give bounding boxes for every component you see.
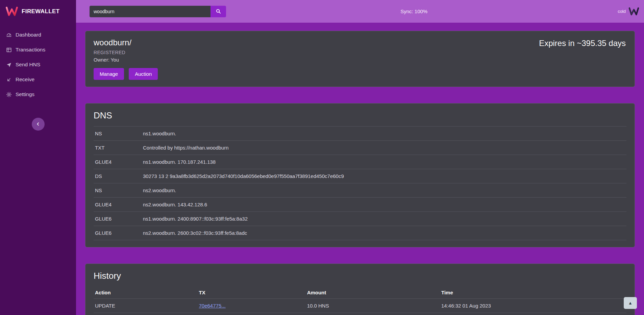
dns-record-value: 30273 13 2 9a3a8fb3d625d2a2073d740f10da6… bbox=[142, 169, 626, 183]
wallet-indicator[interactable]: cold bbox=[618, 7, 639, 16]
history-col-tx: TX bbox=[198, 287, 306, 299]
history-action: UPDATE bbox=[94, 299, 198, 313]
topbar: Sync: 100% cold bbox=[76, 0, 644, 23]
firewallet-logo-icon bbox=[5, 6, 18, 16]
dns-record-type: GLUE6 bbox=[94, 226, 142, 240]
sidebar-item-receive[interactable]: Receive bbox=[0, 72, 76, 87]
history-header-row: Action TX Amount Time bbox=[94, 287, 626, 299]
dns-record-row: NS ns2.woodburn. bbox=[94, 183, 626, 198]
history-time: 14:46:32 01 Aug 2023 bbox=[440, 299, 626, 313]
sidebar-item-send-hns[interactable]: Send HNS bbox=[0, 57, 76, 72]
firewallet-wallet-icon bbox=[628, 7, 639, 16]
dns-record-type: GLUE4 bbox=[94, 198, 142, 212]
sidebar-item-label: Send HNS bbox=[16, 62, 40, 68]
dns-record-value: ns2.woodburn. 2600:3c02::f03c:93ff:fe5a:… bbox=[142, 226, 626, 240]
dns-record-row: NS ns1.woodburn. bbox=[94, 127, 626, 141]
manage-button[interactable]: Manage bbox=[94, 68, 124, 80]
sidebar-collapse-button[interactable]: ‹ bbox=[32, 118, 45, 131]
dns-section-title: DNS bbox=[94, 110, 626, 121]
domain-status-badge: REGISTERED bbox=[94, 50, 626, 55]
history-time: 15:45:28 27 Jul 2023 bbox=[440, 313, 626, 315]
sidebar-item-settings[interactable]: Settings bbox=[0, 87, 76, 102]
history-row: UPDATE 70e64775... 10.0 HNS 14:46:32 01 … bbox=[94, 299, 626, 313]
domain-owner-label: Owner: You bbox=[94, 57, 626, 63]
history-col-action: Action bbox=[94, 287, 198, 299]
history-card: History Action TX Amount Time bbox=[85, 264, 635, 315]
sidebar-item-transactions[interactable]: Transactions bbox=[0, 42, 76, 57]
sidebar-item-dashboard[interactable]: Dashboard bbox=[0, 27, 76, 42]
dashboard-icon bbox=[6, 32, 12, 38]
history-amount: 10.0 HNS bbox=[306, 299, 440, 313]
scroll-to-top-button[interactable]: ▲ bbox=[624, 297, 637, 309]
sidebar-item-label: Settings bbox=[16, 91, 34, 97]
dns-record-row: TXT Controlled by https://nathan.woodbur… bbox=[94, 141, 626, 155]
dns-record-row: GLUE6 ns2.woodburn. 2600:3c02::f03c:93ff… bbox=[94, 226, 626, 240]
brand-name: FIREWALLET bbox=[22, 8, 60, 15]
history-table: Action TX Amount Time UPDATE 70e64775...… bbox=[94, 287, 626, 315]
dns-record-value: ns1.woodburn. 170.187.241.138 bbox=[142, 155, 626, 169]
history-col-amount: Amount bbox=[306, 287, 440, 299]
dns-record-value: ns2.woodburn. 143.42.128.6 bbox=[142, 198, 626, 212]
dns-record-type: DS bbox=[94, 169, 142, 183]
tx-link[interactable]: 70e64775... bbox=[199, 303, 226, 309]
wallet-name-label: cold bbox=[618, 9, 626, 14]
dns-record-row: GLUE4 ns2.woodburn. 143.42.128.6 bbox=[94, 198, 626, 212]
dns-record-value: Controlled by https://nathan.woodburn bbox=[142, 141, 626, 155]
history-col-time: Time bbox=[440, 287, 626, 299]
dns-record-value: ns2.woodburn. bbox=[142, 183, 626, 198]
dns-record-type: GLUE4 bbox=[94, 155, 142, 169]
sidebar: FIREWALLET Dashboard Transactions bbox=[0, 0, 76, 315]
dns-record-type: GLUE6 bbox=[94, 212, 142, 226]
dns-record-type: NS bbox=[94, 183, 142, 198]
dns-record-type: NS bbox=[94, 127, 142, 141]
sync-status: Sync: 100% bbox=[400, 8, 427, 14]
search-icon bbox=[216, 8, 221, 14]
caret-up-icon: ▲ bbox=[628, 300, 633, 306]
dns-table: NS ns1.woodburn. TXT Controlled by https… bbox=[94, 126, 626, 240]
domain-actions: Manage Auction bbox=[94, 68, 626, 80]
dns-card: DNS NS ns1.woodburn. TXT Controlled by h… bbox=[85, 103, 635, 247]
send-icon bbox=[6, 62, 12, 68]
transactions-icon bbox=[6, 47, 12, 53]
receive-icon bbox=[6, 77, 12, 83]
domain-card: woodburn/ REGISTERED Owner: You Manage A… bbox=[85, 31, 635, 87]
main-area: Sync: 100% cold woodburn/ REGISTERED Own… bbox=[76, 0, 644, 315]
brand-header: FIREWALLET bbox=[0, 0, 76, 23]
dns-record-row: GLUE4 ns1.woodburn. 170.187.241.138 bbox=[94, 155, 626, 169]
dns-record-row: GLUE6 ns1.woodburn. 2400:8907::f03c:93ff… bbox=[94, 212, 626, 226]
history-row: RENEW b5a3c8... 10.0 HNS 15:45:28 27 Jul… bbox=[94, 313, 626, 315]
chevron-left-icon: ‹ bbox=[37, 120, 39, 128]
sidebar-nav: Dashboard Transactions Send HNS bbox=[0, 27, 76, 102]
sidebar-item-label: Transactions bbox=[16, 47, 45, 53]
search-group bbox=[90, 6, 226, 17]
history-action: RENEW bbox=[94, 313, 198, 315]
history-amount: 10.0 HNS bbox=[306, 313, 440, 315]
dns-record-value: ns1.woodburn. bbox=[142, 127, 626, 141]
dns-record-row: DS 30273 13 2 9a3a8fb3d625d2a2073d740f10… bbox=[94, 169, 626, 183]
page-content: woodburn/ REGISTERED Owner: You Manage A… bbox=[76, 23, 644, 315]
history-section-title: History bbox=[94, 271, 626, 281]
dns-record-value: ns1.woodburn. 2400:8907::f03c:93ff:fe5a:… bbox=[142, 212, 626, 226]
search-input[interactable] bbox=[90, 6, 210, 17]
dns-record-type: TXT bbox=[94, 141, 142, 155]
domain-expiry-label: Expires in ~395.35 days bbox=[539, 39, 626, 48]
search-button[interactable] bbox=[210, 6, 226, 17]
settings-icon bbox=[6, 92, 12, 97]
sidebar-item-label: Receive bbox=[16, 76, 34, 83]
auction-button[interactable]: Auction bbox=[129, 68, 158, 80]
app-window: FIREWALLET Dashboard Transactions bbox=[0, 0, 644, 315]
sidebar-item-label: Dashboard bbox=[16, 32, 41, 38]
